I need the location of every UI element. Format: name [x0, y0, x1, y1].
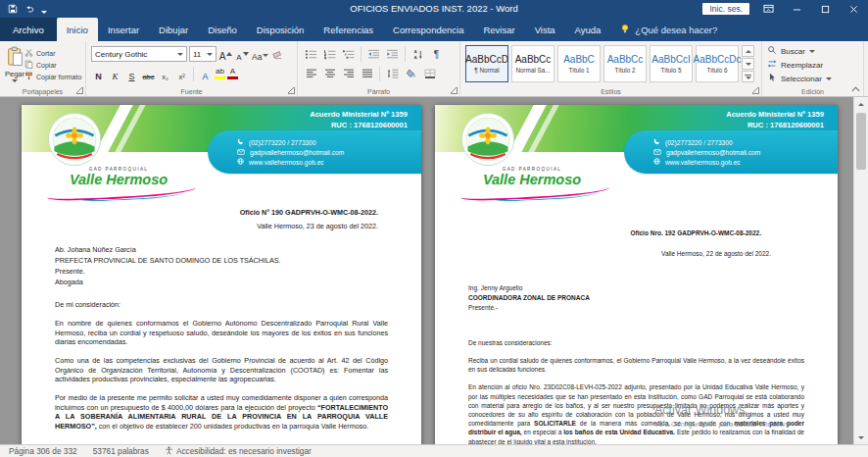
text-effects-letter: A	[202, 72, 208, 81]
accessibility-status[interactable]: Accesibilidad: es necesario investigar	[165, 446, 312, 457]
style-gallery-down-button[interactable]	[742, 58, 754, 70]
superscript-button[interactable]: x²	[174, 66, 189, 82]
shading-button[interactable]	[403, 66, 419, 82]
style-card-titulo-5[interactable]: AaBbCcITítulo 5	[650, 45, 693, 82]
styles-dialog-launcher[interactable]	[752, 87, 759, 94]
addressee-name: Ab. Johana Núñez García	[55, 245, 388, 256]
ribbon-display-options-icon[interactable]	[758, 1, 778, 17]
replace-button[interactable]: Reemplazar	[767, 59, 858, 71]
shrink-font-button[interactable]: A	[235, 46, 250, 63]
letterhead-org-name: Valle Hermoso	[25, 172, 212, 187]
scroll-down-button[interactable]	[854, 431, 868, 444]
oficio-date: Valle Hermoso, 22 de agosto del 2022.	[468, 249, 804, 258]
multilevel-list-button[interactable]	[340, 46, 357, 63]
document-page-1[interactable]: Acuerdo Ministerial Nº 1359 RUC : 176812…	[22, 105, 421, 444]
bold-button[interactable]: N	[91, 66, 106, 82]
underline-button[interactable]: S	[124, 66, 139, 82]
style-card-normal[interactable]: AaBbCcD¶ Normal	[465, 45, 508, 82]
style-card-titulo-1[interactable]: AaBbCTítulo 1	[557, 45, 601, 82]
numbering-button[interactable]	[321, 46, 338, 63]
increase-indent-button[interactable]	[384, 46, 401, 63]
tab-referencias[interactable]: Referencias	[313, 18, 383, 41]
tab-archivo[interactable]: Archivo	[0, 18, 57, 41]
tab-disposicion[interactable]: Disposición	[247, 18, 314, 41]
find-button[interactable]: Buscar	[767, 45, 858, 57]
acuerdo-ministerial: Acuerdo Ministerial Nº 1359	[310, 109, 408, 120]
decrease-indent-button[interactable]	[365, 46, 382, 63]
align-left-button[interactable]	[303, 66, 319, 82]
scroll-up-button[interactable]	[854, 97, 868, 111]
style-gallery-up-button[interactable]	[742, 45, 754, 57]
document-page-2[interactable]: Acuerdo Ministerial Nº 1359 RUC : 176812…	[435, 105, 838, 444]
scroll-thumb[interactable]	[856, 113, 866, 170]
close-button[interactable]	[844, 1, 863, 17]
paragraph-dialog-launcher[interactable]	[451, 87, 458, 94]
change-case-letters: Aa	[252, 52, 262, 62]
tab-inicio[interactable]: Inicio	[57, 18, 98, 41]
vertical-scrollbar[interactable]	[853, 97, 868, 444]
style-card-no-spacing[interactable]: AaBbCcNormal Sa...	[511, 45, 555, 82]
subscript-button[interactable]: x₂	[158, 66, 172, 82]
paragraph-divider-3	[379, 67, 380, 81]
tab-insertar[interactable]: Insertar	[98, 18, 149, 41]
collapse-ribbon-button[interactable]	[848, 84, 862, 94]
font-color-button[interactable]: A	[227, 68, 238, 79]
text-effects-button[interactable]: A	[198, 66, 213, 82]
font-dialog-launcher[interactable]	[288, 87, 295, 94]
highlight-letters: ab	[216, 68, 224, 76]
paste-button[interactable]: Pegar	[5, 44, 24, 85]
select-button[interactable]: Seleccionar	[767, 73, 858, 84]
style-name: ¶ Normal	[474, 67, 499, 74]
acuerdo-ministerial: Acuerdo Ministerial Nº 1359	[726, 109, 824, 120]
style-name: Título 6	[707, 67, 728, 74]
change-case-button[interactable]: Aa	[252, 46, 268, 63]
tab-diseno[interactable]: Diseño	[198, 18, 247, 41]
search-icon	[767, 45, 777, 57]
style-card-titulo-6[interactable]: AaBbCcDcTítulo 6	[696, 45, 739, 82]
borders-button[interactable]	[421, 66, 438, 82]
format-painter-button[interactable]: Copiar formato	[24, 72, 81, 81]
clipboard-small-buttons: Cortar Copiar Copiar formato	[24, 44, 81, 85]
align-right-button[interactable]	[340, 66, 357, 82]
copy-button[interactable]: Copiar	[24, 60, 81, 70]
down-arrow-icon	[746, 63, 751, 66]
tab-revisar[interactable]: Revisar	[473, 18, 524, 41]
font-name-select[interactable]: Century Gothic	[91, 46, 187, 62]
tab-correspondencia[interactable]: Correspondencia	[383, 18, 473, 41]
format-painter-label: Copiar formato	[36, 74, 81, 80]
clear-formatting-button[interactable]	[270, 46, 285, 63]
highlight-button[interactable]: ab	[215, 68, 225, 79]
minimize-button[interactable]	[787, 1, 806, 17]
undo-icon[interactable]	[24, 4, 34, 14]
qat-customize-caret-icon[interactable]	[41, 0, 47, 18]
style-name: Título 1	[569, 67, 590, 74]
grow-font-button[interactable]: A	[218, 46, 233, 63]
font-size-select[interactable]: 11	[189, 46, 217, 62]
justify-button[interactable]	[359, 66, 375, 82]
page-number-status[interactable]: Página 306 de 332	[9, 446, 77, 456]
style-card-titulo-2[interactable]: AaBbCcTítulo 2	[603, 45, 647, 82]
sort-button[interactable]	[410, 46, 426, 63]
italic-button[interactable]: K	[108, 66, 122, 82]
salutation: De nuestras consideraciones:	[468, 338, 804, 347]
cut-button[interactable]: Cortar	[24, 48, 81, 58]
find-label: Buscar	[781, 47, 805, 56]
sign-in-button[interactable]: Inic. ses.	[702, 3, 749, 15]
show-formatting-marks-button[interactable]: ¶	[428, 46, 445, 63]
bullets-button[interactable]	[303, 46, 319, 63]
style-gallery-more-button[interactable]	[742, 71, 754, 82]
tab-ayuda[interactable]: Ayuda	[565, 18, 611, 41]
clipboard-dialog-launcher[interactable]	[76, 87, 83, 94]
strikethrough-button[interactable]: abc	[141, 66, 156, 82]
tab-dibujar[interactable]: Dibujar	[149, 18, 198, 41]
save-icon[interactable]	[8, 4, 18, 14]
tell-me-search[interactable]: ¿Qué desea hacer?	[610, 18, 727, 41]
word-count-status[interactable]: 53761 palabras	[93, 446, 149, 456]
style-name: Título 2	[615, 67, 636, 74]
line-spacing-button[interactable]	[384, 66, 401, 82]
font-group: Century Gothic 11 A A Aa N K S abc x₂ x²…	[86, 41, 298, 96]
style-gallery-scroll	[742, 45, 754, 82]
align-center-button[interactable]	[321, 66, 338, 82]
maximize-button[interactable]	[815, 1, 835, 17]
tab-vista[interactable]: Vista	[525, 18, 565, 41]
